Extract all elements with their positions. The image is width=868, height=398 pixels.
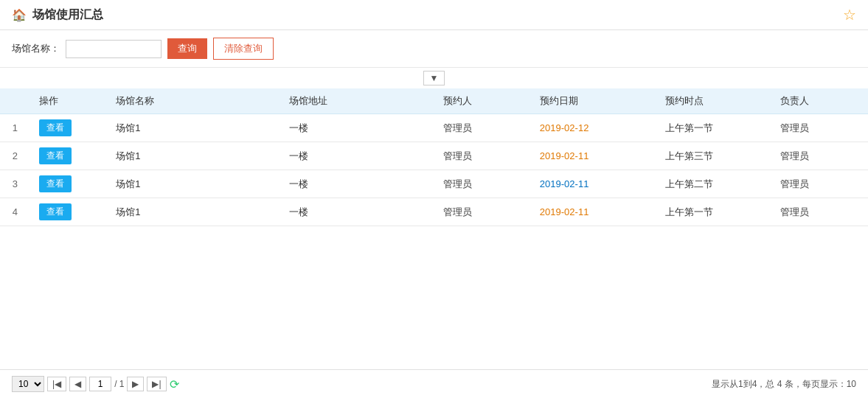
- search-input[interactable]: [66, 40, 162, 58]
- table-row: 3 查看 场馆1 一楼 管理员 2019-02-11 上午第二节 管理员: [0, 170, 868, 198]
- row-person: 管理员: [434, 114, 531, 142]
- col-header-manager: 负责人: [771, 88, 868, 114]
- header-left: 🏠 场馆使用汇总: [12, 7, 103, 23]
- table-row: 4 查看 场馆1 一楼 管理员 2019-02-11 上午第一节 管理员: [0, 198, 868, 226]
- star-icon[interactable]: ☆: [843, 6, 856, 24]
- table-body: 1 查看 场馆1 一楼 管理员 2019-02-12 上午第一节 管理员 2 查…: [0, 114, 868, 226]
- col-header-date: 预约日期: [531, 88, 656, 114]
- row-person: 管理员: [434, 198, 531, 226]
- home-icon: 🏠: [12, 8, 27, 22]
- table-row: 1 查看 场馆1 一楼 管理员 2019-02-12 上午第一节 管理员: [0, 114, 868, 142]
- columns-dropdown[interactable]: ▼: [423, 71, 445, 85]
- row-name: 场馆1: [107, 198, 280, 226]
- row-date: 2019-02-11: [531, 170, 656, 198]
- row-op: 查看: [30, 142, 107, 170]
- col-header-op: 操作: [30, 88, 107, 114]
- row-manager: 管理员: [771, 170, 868, 198]
- row-name: 场馆1: [107, 142, 280, 170]
- col-header-addr: 场馆地址: [280, 88, 434, 114]
- row-time: 上午第三节: [656, 142, 772, 170]
- view-button[interactable]: 查看: [39, 175, 72, 192]
- search-label: 场馆名称：: [12, 42, 60, 55]
- row-num: 3: [0, 170, 30, 198]
- row-manager: 管理员: [771, 114, 868, 142]
- row-addr: 一楼: [280, 198, 434, 226]
- search-bar: 场馆名称： 查询 清除查询: [0, 30, 868, 68]
- row-person: 管理员: [434, 142, 531, 170]
- row-date: 2019-02-11: [531, 198, 656, 226]
- row-name: 场馆1: [107, 114, 280, 142]
- col-header-person: 预约人: [434, 88, 531, 114]
- row-num: 2: [0, 142, 30, 170]
- row-person: 管理员: [434, 170, 531, 198]
- table-header: 操作 场馆名称 场馆地址 预约人 预约日期 预约时点 负责人: [0, 88, 868, 114]
- row-time: 上午第一节: [656, 198, 772, 226]
- row-date: 2019-02-12: [531, 114, 656, 142]
- view-button[interactable]: 查看: [39, 119, 72, 136]
- row-addr: 一楼: [280, 142, 434, 170]
- toolbar-row: ▼: [0, 68, 868, 88]
- query-button[interactable]: 查询: [167, 38, 207, 59]
- view-button[interactable]: 查看: [39, 203, 72, 220]
- clear-button[interactable]: 清除查询: [213, 38, 274, 60]
- row-date: 2019-02-11: [531, 142, 656, 170]
- table-row: 2 查看 场馆1 一楼 管理员 2019-02-11 上午第三节 管理员: [0, 142, 868, 170]
- page-title: 场馆使用汇总: [32, 7, 103, 23]
- row-name: 场馆1: [107, 170, 280, 198]
- row-num: 1: [0, 114, 30, 142]
- row-addr: 一楼: [280, 114, 434, 142]
- row-op: 查看: [30, 170, 107, 198]
- row-manager: 管理员: [771, 198, 868, 226]
- row-time: 上午第二节: [656, 170, 772, 198]
- col-header-num: [0, 88, 30, 114]
- row-addr: 一楼: [280, 170, 434, 198]
- dropdown-icon: ▼: [430, 73, 439, 83]
- row-manager: 管理员: [771, 142, 868, 170]
- col-header-time: 预约时点: [656, 88, 772, 114]
- row-time: 上午第一节: [656, 114, 772, 142]
- col-header-name: 场馆名称: [107, 88, 280, 114]
- data-table: 操作 场馆名称 场馆地址 预约人 预约日期 预约时点 负责人 1 查看 场馆1 …: [0, 88, 868, 226]
- row-op: 查看: [30, 114, 107, 142]
- view-button[interactable]: 查看: [39, 147, 72, 164]
- row-op: 查看: [30, 198, 107, 226]
- page-header: 🏠 场馆使用汇总 ☆: [0, 0, 868, 30]
- row-num: 4: [0, 198, 30, 226]
